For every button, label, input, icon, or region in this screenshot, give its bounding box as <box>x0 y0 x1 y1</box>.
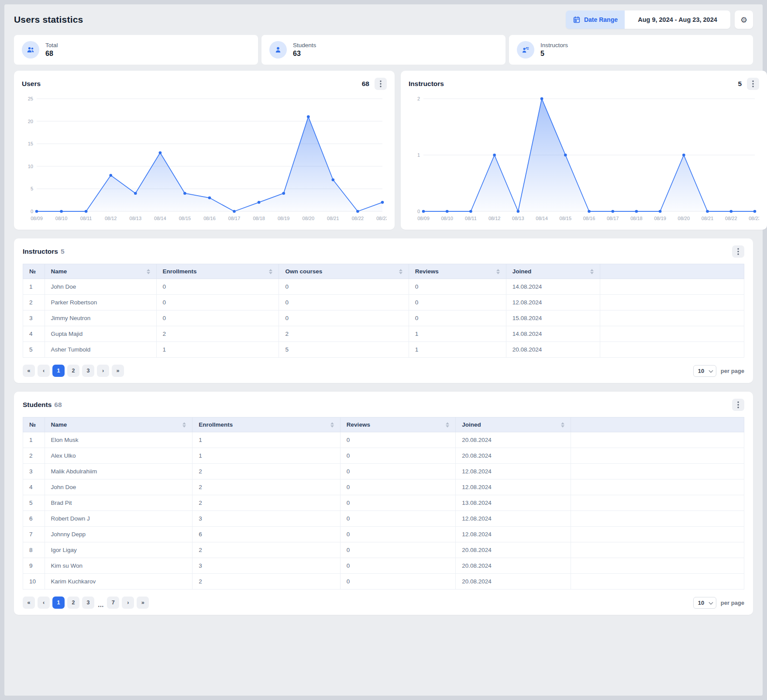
students-table: №NameEnrollmentsReviewsJoined 1Elon Musk… <box>23 417 744 590</box>
section-count: 68 <box>54 401 62 408</box>
svg-text:08/12: 08/12 <box>488 216 501 221</box>
table-cell: 3 <box>193 511 341 527</box>
column-header-reviews[interactable]: Reviews <box>340 417 455 432</box>
svg-text:08/21: 08/21 <box>327 216 339 221</box>
svg-text:08/16: 08/16 <box>203 216 216 221</box>
column-header-joined[interactable]: Joined <box>506 264 600 279</box>
column-header-name[interactable]: Name <box>45 264 156 279</box>
table-cell: 10 <box>23 574 45 590</box>
per-page-label: per page <box>721 368 744 374</box>
table-head: №NameEnrollmentsOwn coursesReviewsJoined <box>23 264 744 279</box>
sort-icon[interactable] <box>269 269 272 274</box>
svg-text:08/14: 08/14 <box>536 216 548 221</box>
calendar-icon <box>573 16 581 24</box>
pagination-row: «‹123...7›» 10 per page <box>23 597 744 609</box>
pagination-prev[interactable]: ‹ <box>38 597 50 609</box>
table-cell: 7 <box>23 527 45 542</box>
table-cell: 12.08.2024 <box>456 479 571 495</box>
pagination-next[interactable]: › <box>122 597 134 609</box>
pagination-page-1[interactable]: 1 <box>52 365 65 377</box>
column-header-own-courses[interactable]: Own courses <box>279 264 409 279</box>
per-page-label: per page <box>721 600 744 606</box>
students-section: Students68 №NameEnrollmentsReviewsJoined… <box>14 392 753 615</box>
chart-header-right: 68 <box>362 78 387 90</box>
settings-button[interactable]: ⚙ <box>735 10 753 29</box>
date-range-label: Date Range <box>584 16 618 23</box>
svg-text:08/09: 08/09 <box>31 216 43 221</box>
sort-icon[interactable] <box>496 269 500 274</box>
table-row: 7Johnny Depp6012.08.2024 <box>23 527 744 542</box>
table-cell: 13.08.2024 <box>456 495 571 511</box>
pagination-last[interactable]: » <box>137 597 149 609</box>
sort-icon[interactable] <box>561 422 564 428</box>
stat-text: Instructors 5 <box>540 42 568 58</box>
svg-text:08/23: 08/23 <box>749 216 759 221</box>
table-cell: 1 <box>23 279 45 295</box>
column-label: Name <box>51 421 67 428</box>
table-cell: 0 <box>340 558 455 574</box>
date-range-value-field[interactable]: Aug 9, 2024 - Aug 23, 2024 <box>625 10 730 29</box>
svg-text:08/13: 08/13 <box>512 216 524 221</box>
pagination-page-2[interactable]: 2 <box>67 365 79 377</box>
column-header-empty <box>600 264 744 279</box>
pagination-last[interactable]: » <box>112 365 124 377</box>
column-label: Enrollments <box>199 421 233 428</box>
dashboard-page: Users statistics Date Range Aug 9, 2024 … <box>4 4 763 696</box>
stat-label: Students <box>293 42 316 48</box>
chart-total: 5 <box>738 80 742 88</box>
pagination-first[interactable]: « <box>23 597 35 609</box>
date-range-button[interactable]: Date Range <box>566 10 625 29</box>
svg-text:08/13: 08/13 <box>130 216 142 221</box>
sort-icon[interactable] <box>147 269 150 274</box>
charts-row: Users 68 051015202508/0908/1008/1108/120… <box>14 71 753 230</box>
svg-text:0: 0 <box>31 209 33 214</box>
table-cell: 20.08.2024 <box>456 574 571 590</box>
chart-menu-button[interactable] <box>747 78 759 90</box>
sort-icon[interactable] <box>399 269 402 274</box>
pagination-page-3[interactable]: 3 <box>82 597 94 609</box>
table-cell <box>571 464 744 479</box>
column-header-name[interactable]: Name <box>45 417 193 432</box>
section-count: 5 <box>61 248 65 255</box>
chart-menu-button[interactable] <box>375 78 387 90</box>
sort-icon[interactable] <box>446 422 449 428</box>
pagination-first[interactable]: « <box>23 365 35 377</box>
sort-icon[interactable] <box>590 269 594 274</box>
per-page-select[interactable]: 10 <box>693 365 716 377</box>
column-label: Own courses <box>285 268 322 275</box>
table-cell <box>571 511 744 527</box>
chart-title: Instructors <box>409 80 444 88</box>
pagination-page-2[interactable]: 2 <box>67 597 79 609</box>
pagination-page-7[interactable]: 7 <box>107 597 119 609</box>
pagination-next[interactable]: › <box>97 365 109 377</box>
svg-text:08/10: 08/10 <box>55 216 68 221</box>
svg-text:08/23: 08/23 <box>376 216 387 221</box>
table-cell: 20.08.2024 <box>506 342 600 358</box>
column-header-enrollments[interactable]: Enrollments <box>156 264 279 279</box>
column-header-reviews[interactable]: Reviews <box>409 264 506 279</box>
section-menu-button[interactable] <box>732 399 744 411</box>
svg-text:08/17: 08/17 <box>228 216 241 221</box>
chart-header-right: 5 <box>738 78 759 90</box>
section-menu-button[interactable] <box>732 245 744 258</box>
per-page-select-wrap: 10 <box>693 597 716 609</box>
sort-icon[interactable] <box>330 422 334 428</box>
column-header-joined[interactable]: Joined <box>456 417 571 432</box>
per-page-select[interactable]: 10 <box>693 597 716 609</box>
table-row: 5Brad Pit2013.08.2024 <box>23 495 744 511</box>
table-row: 8Igor Ligay2020.08.2024 <box>23 542 744 558</box>
sort-icon[interactable] <box>182 422 186 428</box>
table-cell: Jimmy Neutron <box>45 310 156 326</box>
pagination-prev[interactable]: ‹ <box>38 365 50 377</box>
column-header-enrollments[interactable]: Enrollments <box>193 417 341 432</box>
table-cell: 0 <box>340 432 455 448</box>
column-header-num: № <box>23 417 45 432</box>
table-cell: Johnny Depp <box>45 527 193 542</box>
pagination-page-3[interactable]: 3 <box>82 365 94 377</box>
table-cell: 20.08.2024 <box>456 542 571 558</box>
pagination-page-1[interactable]: 1 <box>52 597 65 609</box>
table-cell: 0 <box>409 279 506 295</box>
table-cell: 0 <box>340 479 455 495</box>
per-page-control: 10 per page <box>693 365 744 377</box>
stat-card-total: Total 68 <box>14 35 258 65</box>
